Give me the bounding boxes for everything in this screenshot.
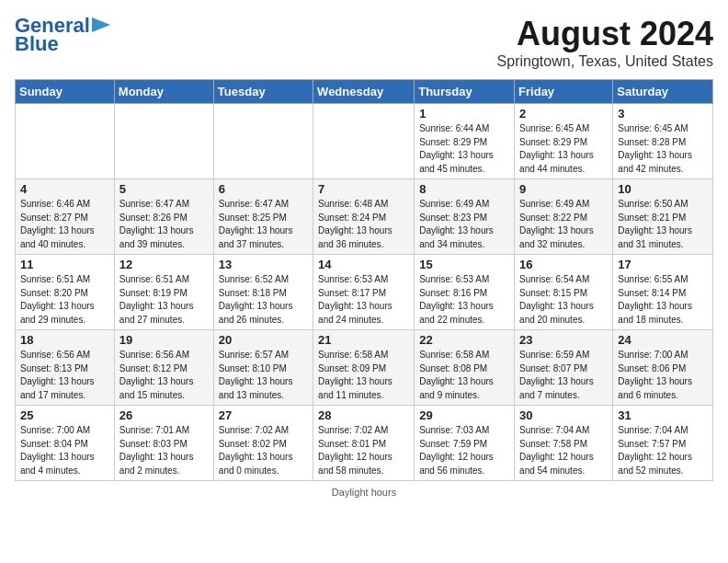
day-number: 29 [419,408,509,422]
calendar-cell [16,104,115,179]
day-number: 4 [20,182,109,196]
calendar-cell: 7Sunrise: 6:48 AM Sunset: 8:24 PM Daylig… [313,179,415,255]
calendar-cell: 21Sunrise: 6:58 AM Sunset: 8:09 PM Dayli… [313,330,415,406]
day-info: Sunrise: 6:47 AM Sunset: 8:26 PM Dayligh… [119,198,209,251]
day-info: Sunrise: 7:04 AM Sunset: 7:58 PM Dayligh… [519,424,608,477]
day-info: Sunrise: 7:04 AM Sunset: 7:57 PM Dayligh… [618,424,708,477]
calendar-cell: 9Sunrise: 6:49 AM Sunset: 8:22 PM Daylig… [515,179,613,255]
logo-blue: Blue [15,33,59,55]
day-info: Sunrise: 6:48 AM Sunset: 8:24 PM Dayligh… [318,198,409,251]
calendar-cell: 29Sunrise: 7:03 AM Sunset: 7:59 PM Dayli… [415,406,515,481]
day-info: Sunrise: 6:55 AM Sunset: 8:14 PM Dayligh… [618,273,708,327]
page-header: General Blue August 2024 Springtown, Tex… [15,15,713,70]
calendar-cell: 23Sunrise: 6:59 AM Sunset: 8:07 PM Dayli… [515,330,613,406]
calendar-cell: 11Sunrise: 6:51 AM Sunset: 8:20 PM Dayli… [16,255,115,330]
calendar-table: SundayMondayTuesdayWednesdayThursdayFrid… [15,79,713,481]
day-number: 21 [318,333,409,347]
calendar-cell: 26Sunrise: 7:01 AM Sunset: 8:03 PM Dayli… [114,406,213,481]
calendar-cell [313,104,415,179]
day-info: Sunrise: 6:57 AM Sunset: 8:10 PM Dayligh… [219,349,308,402]
calendar-day-header: Wednesday [313,80,415,104]
day-number: 31 [618,408,708,422]
calendar-cell: 30Sunrise: 7:04 AM Sunset: 7:58 PM Dayli… [515,406,613,481]
day-info: Sunrise: 6:58 AM Sunset: 8:09 PM Dayligh… [318,349,409,402]
day-number: 2 [519,107,608,121]
calendar-day-header: Monday [114,80,213,104]
calendar-cell: 3Sunrise: 6:45 AM Sunset: 8:28 PM Daylig… [613,104,713,179]
day-info: Sunrise: 6:46 AM Sunset: 8:27 PM Dayligh… [20,198,109,251]
day-number: 10 [618,182,708,196]
day-info: Sunrise: 6:50 AM Sunset: 8:21 PM Dayligh… [618,198,708,251]
day-number: 22 [419,333,509,347]
title-block: August 2024 Springtown, Texas, United St… [497,15,713,70]
day-info: Sunrise: 6:47 AM Sunset: 8:25 PM Dayligh… [219,198,308,251]
day-info: Sunrise: 7:00 AM Sunset: 8:06 PM Dayligh… [618,349,708,402]
calendar-header-row: SundayMondayTuesdayWednesdayThursdayFrid… [16,80,713,104]
calendar-cell: 8Sunrise: 6:49 AM Sunset: 8:23 PM Daylig… [415,179,515,255]
footer-note: Daylight hours [15,487,713,498]
day-number: 11 [20,258,109,271]
calendar-cell: 18Sunrise: 6:56 AM Sunset: 8:13 PM Dayli… [16,330,115,406]
calendar-day-header: Friday [515,80,613,104]
calendar-week-row: 18Sunrise: 6:56 AM Sunset: 8:13 PM Dayli… [16,330,713,406]
calendar-week-row: 4Sunrise: 6:46 AM Sunset: 8:27 PM Daylig… [16,179,713,255]
day-info: Sunrise: 7:02 AM Sunset: 8:02 PM Dayligh… [219,424,308,477]
day-info: Sunrise: 7:01 AM Sunset: 8:03 PM Dayligh… [119,424,209,477]
calendar-cell: 2Sunrise: 6:45 AM Sunset: 8:29 PM Daylig… [515,104,613,179]
day-number: 26 [119,408,209,422]
calendar-cell: 19Sunrise: 6:56 AM Sunset: 8:12 PM Dayli… [114,330,213,406]
day-info: Sunrise: 6:51 AM Sunset: 8:20 PM Dayligh… [20,273,109,327]
calendar-cell: 22Sunrise: 6:58 AM Sunset: 8:08 PM Dayli… [415,330,515,406]
day-number: 15 [419,258,509,271]
calendar-cell: 31Sunrise: 7:04 AM Sunset: 7:57 PM Dayli… [613,406,713,481]
month-year-title: August 2024 [497,15,713,53]
calendar-cell: 13Sunrise: 6:52 AM Sunset: 8:18 PM Dayli… [213,255,313,330]
calendar-cell: 25Sunrise: 7:00 AM Sunset: 8:04 PM Dayli… [16,406,115,481]
day-info: Sunrise: 6:56 AM Sunset: 8:13 PM Dayligh… [20,349,109,402]
day-number: 16 [519,258,608,271]
day-number: 24 [618,333,708,347]
calendar-cell: 5Sunrise: 6:47 AM Sunset: 8:26 PM Daylig… [114,179,213,255]
day-number: 19 [119,333,209,347]
day-number: 8 [419,182,509,196]
day-number: 12 [119,258,209,271]
svg-marker-0 [92,17,110,32]
calendar-cell: 6Sunrise: 6:47 AM Sunset: 8:25 PM Daylig… [213,179,313,255]
calendar-cell: 16Sunrise: 6:54 AM Sunset: 8:15 PM Dayli… [515,255,613,330]
day-info: Sunrise: 6:54 AM Sunset: 8:15 PM Dayligh… [519,273,608,327]
calendar-cell: 10Sunrise: 6:50 AM Sunset: 8:21 PM Dayli… [613,179,713,255]
calendar-cell: 20Sunrise: 6:57 AM Sunset: 8:10 PM Dayli… [213,330,313,406]
calendar-cell [213,104,313,179]
day-number: 9 [519,182,608,196]
day-info: Sunrise: 6:45 AM Sunset: 8:28 PM Dayligh… [618,122,708,176]
day-info: Sunrise: 6:44 AM Sunset: 8:29 PM Dayligh… [419,122,509,176]
calendar-week-row: 1Sunrise: 6:44 AM Sunset: 8:29 PM Daylig… [16,104,713,179]
day-info: Sunrise: 6:52 AM Sunset: 8:18 PM Dayligh… [219,273,308,327]
day-number: 25 [20,408,109,422]
calendar-cell: 28Sunrise: 7:02 AM Sunset: 8:01 PM Dayli… [313,406,415,481]
day-number: 1 [419,107,509,121]
day-info: Sunrise: 6:53 AM Sunset: 8:16 PM Dayligh… [419,273,509,327]
day-info: Sunrise: 7:02 AM Sunset: 8:01 PM Dayligh… [318,424,409,477]
day-number: 7 [318,182,409,196]
day-number: 23 [519,333,608,347]
location-text: Springtown, Texas, United States [497,53,713,70]
day-number: 3 [618,107,708,121]
day-number: 5 [119,182,209,196]
calendar-day-header: Thursday [415,80,515,104]
logo-arrow-icon [92,16,112,34]
day-number: 18 [20,333,109,347]
calendar-week-row: 25Sunrise: 7:00 AM Sunset: 8:04 PM Dayli… [16,406,713,481]
calendar-week-row: 11Sunrise: 6:51 AM Sunset: 8:20 PM Dayli… [16,255,713,330]
calendar-day-header: Saturday [613,80,713,104]
calendar-cell: 1Sunrise: 6:44 AM Sunset: 8:29 PM Daylig… [415,104,515,179]
day-info: Sunrise: 6:51 AM Sunset: 8:19 PM Dayligh… [119,273,209,327]
calendar-cell: 24Sunrise: 7:00 AM Sunset: 8:06 PM Dayli… [613,330,713,406]
day-info: Sunrise: 6:58 AM Sunset: 8:08 PM Dayligh… [419,349,509,402]
day-info: Sunrise: 6:45 AM Sunset: 8:29 PM Dayligh… [519,122,608,176]
day-info: Sunrise: 7:03 AM Sunset: 7:59 PM Dayligh… [419,424,509,477]
day-number: 14 [318,258,409,271]
day-number: 13 [219,258,308,271]
day-number: 28 [318,408,409,422]
day-info: Sunrise: 6:49 AM Sunset: 8:22 PM Dayligh… [519,198,608,251]
